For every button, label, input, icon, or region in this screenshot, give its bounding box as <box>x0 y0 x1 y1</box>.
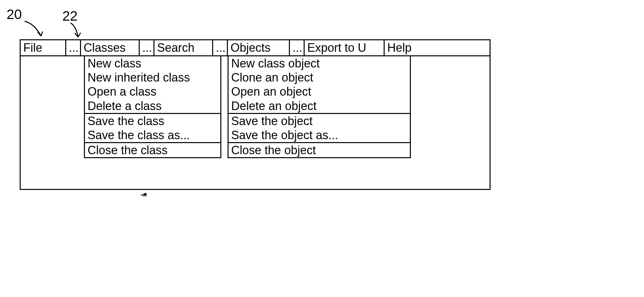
menu-item-save-class[interactable]: Save the class <box>85 114 220 128</box>
menu-item-new-inherited-class[interactable]: New inherited class <box>85 70 220 84</box>
figure-container: 20 22 File ... Classes ... Search ... Ob… <box>20 39 502 190</box>
menu-bar: File ... Classes ... Search ... Objects … <box>21 40 490 56</box>
menu-item-save-class-as[interactable]: Save the class as... <box>85 128 220 142</box>
menu-item-close-object[interactable]: Close the object <box>229 143 410 157</box>
dropdown-objects-group-1: New class object Clone an object Open an… <box>229 56 410 114</box>
menu-item-new-class[interactable]: New class <box>85 56 220 70</box>
menu-pinch-3[interactable]: ... <box>213 40 228 55</box>
callout-21-arrow <box>115 188 154 196</box>
client-area: New class New inherited class Open a cla… <box>21 56 490 189</box>
menu-item-close-class[interactable]: Close the class <box>85 143 220 157</box>
application-window: File ... Classes ... Search ... Objects … <box>20 39 491 190</box>
menu-item-new-class-object[interactable]: New class object <box>229 56 410 70</box>
menu-pinch-1[interactable]: ... <box>66 40 81 55</box>
menu-item-open-object[interactable]: Open an object <box>229 84 410 99</box>
menu-export[interactable]: Export to U <box>305 40 385 55</box>
dropdown-classes: New class New inherited class Open a cla… <box>84 56 221 158</box>
menu-item-delete-class[interactable]: Delete a class <box>85 99 220 113</box>
callout-20-arrow <box>23 20 56 43</box>
menu-pinch-4[interactable]: ... <box>290 40 305 55</box>
dropdown-objects-group-3: Close the object <box>229 143 410 157</box>
menu-pinch-2[interactable]: ... <box>140 40 154 55</box>
menu-search[interactable]: Search <box>154 40 213 55</box>
menu-item-open-class[interactable]: Open a class <box>85 84 220 99</box>
menu-objects[interactable]: Objects <box>228 40 290 55</box>
callout-22-arrow <box>69 21 89 41</box>
menu-item-save-object-as[interactable]: Save the object as... <box>229 128 410 142</box>
menu-item-delete-object[interactable]: Delete an object <box>229 99 410 113</box>
dropdown-classes-group-2: Save the class Save the class as... <box>85 114 220 143</box>
dropdown-classes-group-1: New class New inherited class Open a cla… <box>85 56 220 114</box>
menu-classes[interactable]: Classes <box>81 40 140 55</box>
menu-item-save-object[interactable]: Save the object <box>229 114 410 128</box>
menu-help[interactable]: Help <box>385 40 490 55</box>
callout-20: 20 <box>7 7 22 22</box>
dropdown-objects: New class object Clone an object Open an… <box>228 56 411 158</box>
dropdown-objects-group-2: Save the object Save the object as... <box>229 114 410 143</box>
menu-item-clone-object[interactable]: Clone an object <box>229 70 410 84</box>
dropdown-classes-group-3: Close the class <box>85 143 220 157</box>
